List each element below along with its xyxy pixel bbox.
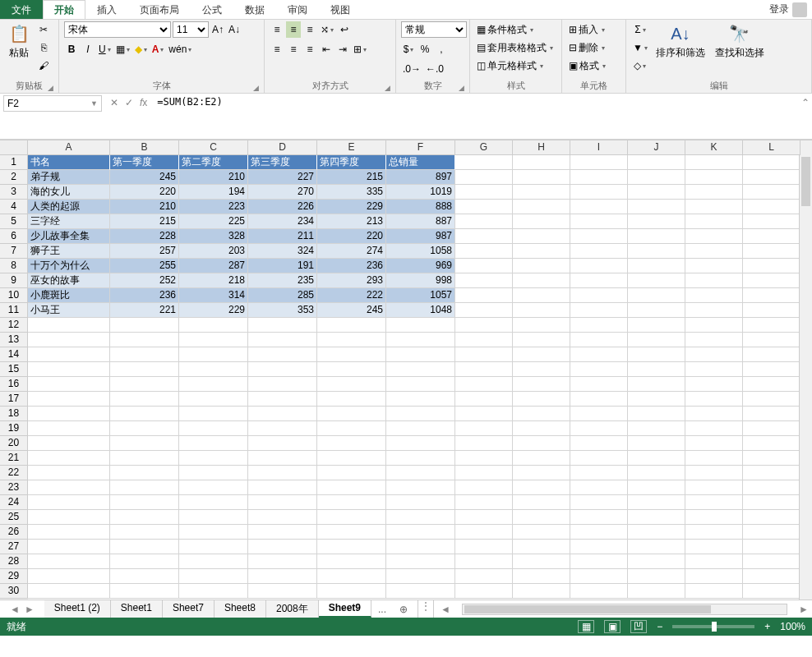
cell[interactable]: 227 xyxy=(248,170,317,185)
cell[interactable] xyxy=(248,569,317,584)
row-header[interactable]: 19 xyxy=(0,421,28,436)
cell[interactable] xyxy=(743,333,800,347)
autosum-button[interactable]: Σ xyxy=(631,21,649,38)
decrease-font-button[interactable]: A↓ xyxy=(227,21,242,38)
cell[interactable] xyxy=(248,510,317,525)
cell[interactable] xyxy=(317,584,386,599)
cell[interactable] xyxy=(386,407,455,421)
cell[interactable] xyxy=(685,185,743,200)
cell[interactable] xyxy=(386,569,455,584)
cell[interactable] xyxy=(317,525,386,540)
cell[interactable] xyxy=(455,200,513,214)
cell[interactable] xyxy=(28,554,110,569)
cell[interactable] xyxy=(685,525,743,540)
cell[interactable] xyxy=(685,495,743,510)
cell[interactable] xyxy=(570,451,628,466)
cell[interactable]: 324 xyxy=(248,244,317,259)
cell[interactable]: 293 xyxy=(317,273,386,288)
cell[interactable] xyxy=(28,584,110,599)
cell[interactable] xyxy=(28,466,110,480)
row-header[interactable]: 12 xyxy=(0,318,28,333)
orientation-button[interactable]: ⤭ xyxy=(319,21,335,38)
cell[interactable] xyxy=(28,377,110,392)
cell[interactable]: 弟子规 xyxy=(28,170,110,185)
cell[interactable] xyxy=(28,318,110,333)
cell[interactable] xyxy=(513,273,570,288)
cell[interactable]: 220 xyxy=(317,229,386,244)
tab-file[interactable]: 文件 xyxy=(0,0,43,19)
cell[interactable] xyxy=(248,377,317,392)
cell[interactable]: 第四季度 xyxy=(317,155,386,170)
cell[interactable] xyxy=(628,407,685,421)
page-break-view-button[interactable]: 凹 xyxy=(630,620,647,633)
cell[interactable]: 213 xyxy=(317,214,386,229)
cell[interactable]: 215 xyxy=(317,170,386,185)
cell[interactable] xyxy=(179,407,248,421)
cell[interactable] xyxy=(570,170,628,185)
cell[interactable]: 人类的起源 xyxy=(28,200,110,214)
cell[interactable]: 270 xyxy=(248,185,317,200)
zoom-slider[interactable] xyxy=(672,625,754,628)
cell[interactable] xyxy=(628,362,685,377)
cell[interactable] xyxy=(628,451,685,466)
column-header[interactable]: C xyxy=(179,140,248,155)
wrap-text-button[interactable]: ↩ xyxy=(337,21,352,38)
cell[interactable] xyxy=(570,525,628,540)
cell[interactable]: 1058 xyxy=(386,244,455,259)
cell[interactable] xyxy=(570,495,628,510)
cell[interactable] xyxy=(570,436,628,451)
find-select-button[interactable]: 🔭 查找和选择 xyxy=(712,21,768,62)
cell[interactable] xyxy=(628,229,685,244)
cell[interactable] xyxy=(248,525,317,540)
conditional-format-button[interactable]: ▦ 条件格式 xyxy=(475,21,535,38)
cell[interactable] xyxy=(628,525,685,540)
cell[interactable]: 小马王 xyxy=(28,303,110,318)
row-header[interactable]: 8 xyxy=(0,259,28,273)
cell[interactable] xyxy=(179,377,248,392)
cell[interactable] xyxy=(386,377,455,392)
row-header[interactable]: 26 xyxy=(0,525,28,540)
cell[interactable] xyxy=(570,480,628,495)
cell[interactable] xyxy=(685,584,743,599)
cell[interactable] xyxy=(570,200,628,214)
cell[interactable] xyxy=(685,466,743,480)
cell[interactable] xyxy=(386,554,455,569)
zoom-in-button[interactable]: + xyxy=(764,621,770,632)
cell[interactable] xyxy=(110,362,179,377)
cell[interactable] xyxy=(386,495,455,510)
cell[interactable] xyxy=(628,170,685,185)
cell[interactable] xyxy=(386,318,455,333)
cell[interactable] xyxy=(317,554,386,569)
cell[interactable] xyxy=(685,436,743,451)
dialog-launcher-icon[interactable]: ◢ xyxy=(459,84,464,92)
cell[interactable] xyxy=(743,480,800,495)
row-header[interactable]: 17 xyxy=(0,392,28,407)
cell[interactable] xyxy=(570,377,628,392)
cell[interactable] xyxy=(685,407,743,421)
cell[interactable] xyxy=(110,495,179,510)
cell[interactable] xyxy=(570,214,628,229)
cell[interactable] xyxy=(110,318,179,333)
hscroll-left-button[interactable]: ◄ xyxy=(437,604,454,615)
cell[interactable] xyxy=(28,421,110,436)
cell[interactable]: 222 xyxy=(317,288,386,303)
cell[interactable] xyxy=(570,510,628,525)
currency-button[interactable]: $ xyxy=(401,41,416,57)
row-header[interactable]: 30 xyxy=(0,584,28,599)
cell[interactable] xyxy=(110,392,179,407)
cell[interactable] xyxy=(110,436,179,451)
row-header[interactable]: 13 xyxy=(0,333,28,347)
row-header[interactable]: 14 xyxy=(0,347,28,362)
cell[interactable]: 1057 xyxy=(386,288,455,303)
cell[interactable] xyxy=(386,466,455,480)
cell[interactable] xyxy=(743,392,800,407)
cell[interactable] xyxy=(743,259,800,273)
cell[interactable] xyxy=(743,451,800,466)
cell[interactable] xyxy=(743,185,800,200)
cell[interactable] xyxy=(248,347,317,362)
cell[interactable] xyxy=(110,525,179,540)
cell[interactable] xyxy=(248,584,317,599)
column-header[interactable]: L xyxy=(743,140,800,155)
cell[interactable] xyxy=(110,377,179,392)
cell[interactable] xyxy=(248,362,317,377)
